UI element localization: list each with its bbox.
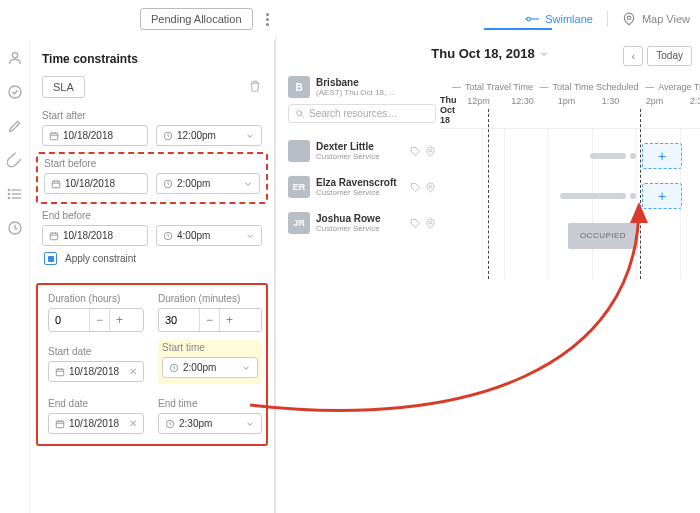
add-slot-button[interactable]: + [642, 143, 682, 169]
attachment-icon[interactable] [7, 152, 23, 168]
start-before-date-picker[interactable]: 10/18/2018 [44, 173, 148, 194]
end-before-date-picker[interactable]: 10/18/2018 [42, 225, 148, 246]
clear-icon[interactable]: ✕ [129, 418, 137, 429]
duration-hours-input[interactable]: − + [48, 308, 144, 332]
start-time-picker[interactable]: 2:00pm [162, 357, 258, 378]
swimlane-icon [525, 12, 539, 26]
location-badge: B [288, 76, 310, 98]
apply-constraint-checkbox[interactable]: Apply constraint [42, 252, 262, 265]
start-before-highlight: Start before 10/18/2018 2:00pm [36, 152, 268, 204]
calendar-icon [55, 367, 65, 377]
end-time-picker[interactable]: 2:30pm [158, 413, 262, 434]
map-view-button[interactable]: Map View [622, 12, 690, 26]
resource-row[interactable]: Dexter LittleCustomer Service [288, 133, 436, 169]
job-edit-highlight: Duration (hours) − + Duration (minutes) … [36, 283, 268, 446]
end-date-picker[interactable]: 10/18/2018 ✕ [48, 413, 144, 434]
chevron-down-icon [243, 179, 253, 189]
minus-button[interactable]: − [89, 309, 109, 331]
swimlane-view-button[interactable]: Swimlane [525, 12, 593, 26]
map-pin-icon [425, 218, 436, 229]
start-date-label: Start date [48, 346, 144, 357]
time-tick: 2:30 [677, 96, 701, 126]
calendar-icon [55, 419, 65, 429]
add-slot-button[interactable]: + [642, 183, 682, 209]
start-time-highlight: Start time 2:00pm [158, 340, 262, 384]
panel-splitter[interactable] [275, 36, 279, 513]
svg-rect-28 [56, 369, 64, 376]
svg-rect-23 [50, 233, 58, 240]
svg-line-39 [301, 115, 304, 118]
minus-button[interactable]: − [199, 309, 219, 331]
location-name: Brisbane [316, 77, 396, 88]
svg-point-3 [627, 16, 631, 20]
clock-icon [163, 231, 173, 241]
check-circle-icon[interactable] [7, 84, 23, 100]
end-before-label: End before [42, 210, 262, 221]
user-icon[interactable] [7, 50, 23, 66]
timeline-date-label: Thu Oct 18 [440, 96, 457, 126]
start-before-time-picker[interactable]: 2:00pm [156, 173, 260, 194]
svg-point-10 [8, 193, 9, 194]
chevron-down-icon [245, 131, 255, 141]
apply-constraint-label: Apply constraint [65, 253, 136, 264]
clear-icon[interactable]: ✕ [129, 366, 137, 377]
time-tick: 1pm [545, 96, 589, 126]
tag-icon [410, 182, 421, 193]
map-pin-icon [425, 146, 436, 157]
svg-rect-18 [52, 181, 60, 188]
clock-icon [163, 131, 173, 141]
start-after-label: Start after [42, 110, 262, 121]
summary-bar: —Total Travel Time —Total Time Scheduled… [440, 76, 700, 96]
sla-chip[interactable]: SLA [42, 76, 85, 98]
delete-icon[interactable] [248, 79, 262, 95]
svg-point-40 [429, 149, 432, 152]
chevron-down-icon [245, 231, 255, 241]
side-rail [0, 40, 30, 513]
svg-point-0 [527, 17, 531, 21]
plus-button[interactable]: + [109, 309, 129, 331]
time-tick: 1:30 [589, 96, 633, 126]
chevron-down-icon [245, 419, 255, 429]
map-pin-icon [425, 182, 436, 193]
chevron-down-icon [241, 363, 251, 373]
time-constraints-title: Time constraints [42, 52, 262, 66]
list-icon[interactable] [7, 186, 23, 202]
avatar [288, 140, 310, 162]
today-button[interactable]: Today [647, 46, 692, 66]
resource-column: B Brisbane (AEST) Thu Oct 18, … Search r… [288, 76, 436, 241]
timeline: —Total Travel Time —Total Time Scheduled… [440, 76, 700, 513]
start-after-time-picker[interactable]: 12:00pm [156, 125, 262, 146]
pencil-icon[interactable] [7, 118, 23, 134]
divider [607, 11, 608, 27]
svg-point-9 [8, 189, 9, 190]
svg-point-4 [12, 53, 17, 58]
start-date-picker[interactable]: 10/18/2018 ✕ [48, 361, 144, 382]
map-view-label: Map View [642, 13, 690, 25]
end-before-time-picker[interactable]: 4:00pm [156, 225, 262, 246]
clock-icon[interactable] [7, 220, 23, 236]
start-after-date-picker[interactable]: 10/18/2018 [42, 125, 148, 146]
occupied-block: OCCUPIED [568, 223, 638, 249]
active-tab-underline [484, 28, 552, 30]
location-sub: (AEST) Thu Oct 18, … [316, 88, 396, 97]
search-icon [295, 109, 305, 119]
svg-rect-13 [50, 133, 58, 140]
resource-search-input[interactable]: Search resources… [288, 104, 436, 123]
resource-row[interactable]: ER Elza RavenscroftCustomer Service [288, 169, 436, 205]
svg-point-41 [429, 185, 432, 188]
calendar-icon [49, 231, 59, 241]
chevron-down-icon [539, 49, 549, 59]
svg-point-5 [9, 86, 21, 98]
calendar-icon [49, 131, 59, 141]
map-pin-icon [622, 12, 636, 26]
time-tick: 12pm [457, 96, 501, 126]
prev-day-button[interactable]: ‹ [623, 46, 643, 66]
plus-button[interactable]: + [219, 309, 239, 331]
kebab-menu-icon[interactable] [261, 11, 275, 27]
tag-icon [410, 146, 421, 157]
duration-minutes-input[interactable]: − + [158, 308, 262, 332]
tag-icon [410, 218, 421, 229]
pending-allocation-button[interactable]: Pending Allocation [140, 8, 253, 30]
svg-point-42 [429, 221, 432, 224]
resource-row[interactable]: JR Joshua RoweCustomer Service [288, 205, 436, 241]
